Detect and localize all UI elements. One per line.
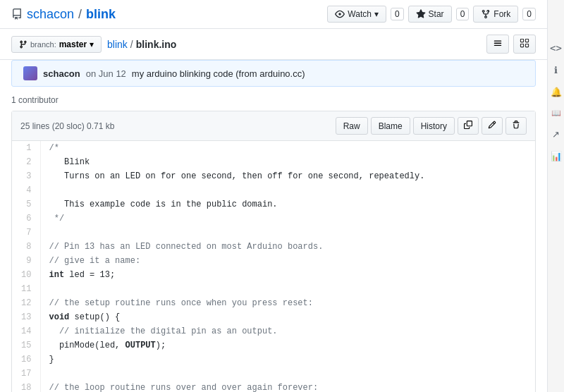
line-code: } — [40, 353, 535, 367]
grid-icon — [520, 38, 529, 48]
repo-title: schacon / blink — [11, 7, 116, 22]
trash-icon — [512, 121, 520, 129]
repo-icon — [11, 8, 23, 20]
header-actions: Watch ▾ 0 Star 0 Fork 0 — [327, 6, 536, 23]
sidebar-chart-icon[interactable]: 📊 — [551, 151, 562, 161]
repo-name[interactable]: blink — [86, 7, 116, 22]
line-number[interactable]: 17 — [12, 367, 40, 381]
fork-label: Fork — [494, 9, 510, 19]
commit-bar: schacon on Jun 12 my arduino blinking co… — [11, 60, 536, 87]
table-row: 17 — [12, 367, 535, 381]
line-number[interactable]: 18 — [12, 381, 40, 392]
line-number[interactable]: 14 — [12, 324, 40, 338]
line-number[interactable]: 7 — [12, 226, 40, 240]
delete-button[interactable] — [505, 117, 527, 135]
breadcrumb-folder[interactable]: blink — [107, 39, 128, 50]
copy-button[interactable] — [458, 117, 479, 135]
line-code — [40, 226, 535, 240]
blame-button[interactable]: Blame — [371, 117, 410, 135]
commit-date: on Jun 12 — [86, 68, 126, 79]
line-number[interactable]: 2 — [12, 155, 40, 169]
file-meta-info: 25 lines (20 sloc) 0.71 kb — [20, 121, 114, 131]
line-code: Turns on an LED on for one second, then … — [40, 169, 535, 183]
code-table: 1/*2 Blink3 Turns on an LED on for one s… — [12, 141, 535, 392]
sidebar-notify-icon[interactable]: 🔔 — [551, 87, 562, 97]
line-number[interactable]: 6 — [12, 212, 40, 226]
line-number[interactable]: 13 — [12, 310, 40, 324]
line-code: // initialize the digital pin as an outp… — [40, 324, 535, 338]
pencil-icon — [488, 121, 496, 129]
commit-message: my arduino blinking code (from arduino.c… — [132, 68, 305, 79]
fork-count: 0 — [522, 8, 536, 20]
table-row: 9// give it a name: — [12, 254, 535, 268]
line-number[interactable]: 9 — [12, 254, 40, 268]
line-code — [40, 282, 535, 296]
avatar — [23, 66, 37, 80]
table-row: 4 — [12, 183, 535, 197]
line-code: // the loop routine runs over and over a… — [40, 381, 535, 392]
branch-selector[interactable]: branch: master ▾ — [11, 36, 102, 53]
table-row: 15 pinMode(led, OUTPUT); — [12, 338, 535, 353]
list-view-button[interactable] — [486, 35, 509, 54]
table-row: 13void setup() { — [12, 310, 535, 324]
edit-button[interactable] — [482, 117, 503, 135]
line-number[interactable]: 11 — [12, 282, 40, 296]
watch-dropdown-icon: ▾ — [374, 9, 379, 19]
line-code: void setup() { — [40, 310, 535, 324]
line-number[interactable]: 3 — [12, 169, 40, 183]
line-code — [40, 183, 535, 197]
table-row: 7 — [12, 226, 535, 240]
sidebar-arrow-icon[interactable]: ↗ — [552, 129, 560, 140]
sidebar-book-icon[interactable]: 📖 — [551, 109, 561, 118]
breadcrumb-sep: / — [130, 39, 133, 50]
line-code: int led = 13; — [40, 268, 535, 282]
contributor-bar: 1 contributor — [0, 92, 547, 111]
table-row: 5 This example code is in the public dom… — [12, 197, 535, 212]
branch-icon — [19, 40, 27, 49]
line-code: pinMode(led, OUTPUT); — [40, 338, 535, 353]
star-button[interactable]: Star — [408, 6, 452, 23]
line-code: /* — [40, 141, 535, 155]
breadcrumb: blink / blink.ino — [107, 39, 176, 50]
branch-name: master — [59, 39, 87, 49]
table-row: 8// Pin 13 has an LED connected on most … — [12, 240, 535, 254]
sidebar-code-icon[interactable]: <> — [550, 42, 562, 54]
sidebar-info-icon[interactable]: ℹ — [554, 65, 558, 75]
line-number[interactable]: 12 — [12, 296, 40, 310]
grid-view-button[interactable] — [513, 35, 536, 54]
table-row: 18// the loop routine runs over and over… — [12, 381, 535, 392]
table-row: 2 Blink — [12, 155, 535, 169]
table-row: 14 // initialize the digital pin as an o… — [12, 324, 535, 338]
repo-owner[interactable]: schacon — [27, 7, 74, 22]
table-row: 11 — [12, 282, 535, 296]
line-number[interactable]: 10 — [12, 268, 40, 282]
file-view-actions — [486, 35, 536, 54]
breadcrumb-file: blink.ino — [136, 39, 177, 50]
line-number[interactable]: 16 — [12, 353, 40, 367]
line-number[interactable]: 8 — [12, 240, 40, 254]
table-row: 6 */ — [12, 212, 535, 226]
watch-button[interactable]: Watch ▾ — [327, 6, 386, 23]
star-label: Star — [429, 9, 444, 19]
branch-label-text: branch: — [30, 40, 56, 49]
table-row: 10int led = 13; — [12, 268, 535, 282]
line-code — [40, 367, 535, 381]
right-sidebar: <> ℹ 🔔 📖 ↗ 📊 — [547, 0, 564, 392]
line-number[interactable]: 15 — [12, 338, 40, 353]
fork-button[interactable]: Fork — [473, 6, 518, 23]
fork-icon — [481, 9, 491, 19]
history-button[interactable]: History — [413, 117, 455, 135]
line-code: // Pin 13 has an LED connected on most A… — [40, 240, 535, 254]
line-number[interactable]: 1 — [12, 141, 40, 155]
table-row: 12// the setup routine runs once when yo… — [12, 296, 535, 310]
watch-count: 0 — [391, 8, 404, 20]
table-row: 16} — [12, 353, 535, 367]
line-code: // give it a name: — [40, 254, 535, 268]
line-code: This example code is in the public domai… — [40, 197, 535, 212]
line-code: */ — [40, 212, 535, 226]
line-number[interactable]: 4 — [12, 183, 40, 197]
commit-author[interactable]: schacon — [43, 68, 80, 79]
line-number[interactable]: 5 — [12, 197, 40, 212]
raw-button[interactable]: Raw — [336, 117, 368, 135]
file-meta-actions: Raw Blame History — [336, 117, 527, 135]
